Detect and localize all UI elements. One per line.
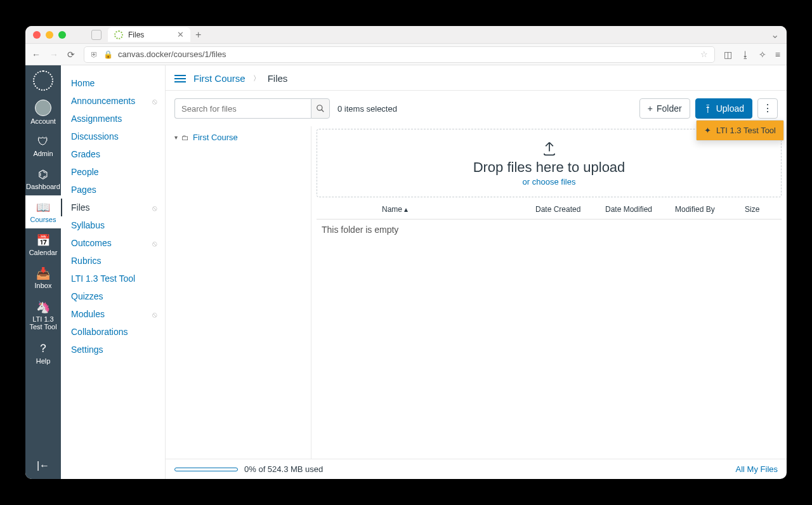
upload-button[interactable]: ⭱ Upload xyxy=(695,98,752,119)
breadcrumb-current: Files xyxy=(268,73,288,84)
forward-button[interactable]: → xyxy=(49,49,58,60)
svg-line-1 xyxy=(322,110,324,112)
course-nav-collaborations[interactable]: Collaborations xyxy=(61,323,165,341)
titlebar-chevron-icon[interactable]: ⌄ xyxy=(771,29,779,41)
titlebar: Files ✕ + ⌄ xyxy=(25,26,787,44)
folder-tree: ▾ 🗀 First Course xyxy=(166,126,311,459)
files-body: ▾ 🗀 First Course Drop files here to uplo… xyxy=(166,126,787,459)
search-wrap xyxy=(174,98,330,119)
storage-usage: 0% of 524.3 MB used xyxy=(244,464,323,474)
choose-files-link[interactable]: or choose files xyxy=(523,177,576,187)
storage-progress xyxy=(174,468,238,471)
search-button[interactable] xyxy=(311,98,330,119)
col-by[interactable]: Modified By xyxy=(675,205,745,214)
menu-item-lti[interactable]: ✦ LTI 1.3 Test Tool xyxy=(697,121,783,140)
shield-icon: ⛨ xyxy=(91,50,98,59)
course-nav-grades[interactable]: Grades xyxy=(61,145,165,163)
course-nav-announcements[interactable]: Announcements⦸ xyxy=(61,92,165,110)
sort-asc-icon: ▴ xyxy=(404,205,408,214)
dropzone-heading: Drop files here to upload xyxy=(473,159,625,176)
maximize-window-button[interactable] xyxy=(58,31,66,39)
plus-icon: + xyxy=(648,103,653,114)
global-nav-account[interactable]: Account xyxy=(25,95,61,130)
menu-icon[interactable]: ≡ xyxy=(775,49,780,60)
tab-close-icon[interactable]: ✕ xyxy=(177,30,184,39)
reload-button[interactable]: ⟳ xyxy=(67,49,75,60)
minimize-window-button[interactable] xyxy=(46,31,53,39)
back-button[interactable]: ← xyxy=(32,49,41,60)
course-nav-discussions[interactable]: Discussions xyxy=(61,128,165,145)
downloads-icon[interactable]: ⭳ xyxy=(741,49,750,60)
files-footer: 0% of 524.3 MB used All My Files xyxy=(166,459,787,479)
course-nav: Home Announcements⦸ Assignments Discussi… xyxy=(61,65,166,479)
course-nav-pages[interactable]: Pages xyxy=(61,181,165,199)
course-nav-home[interactable]: Home xyxy=(61,74,165,92)
calendar-icon: 📅 xyxy=(36,233,50,247)
folder-icon: 🗀 xyxy=(181,133,189,142)
global-nav-inbox[interactable]: 📥 Inbox xyxy=(25,261,61,294)
collapse-nav-button[interactable]: |← xyxy=(37,452,49,479)
hidden-icon: ⦸ xyxy=(152,310,157,319)
browser-window: Files ✕ + ⌄ ← → ⟳ ⛨ 🔒 canvas.docker/cour… xyxy=(25,26,787,479)
global-nav-help[interactable]: ？ Help xyxy=(25,336,61,370)
breadcrumb: First Course 〉 Files xyxy=(166,65,787,91)
more-options-button[interactable]: ⋮ xyxy=(757,98,778,119)
course-nav-lti[interactable]: LTI 1.3 Test Tool xyxy=(61,270,165,287)
hidden-icon: ⦸ xyxy=(152,97,157,106)
course-nav-syllabus[interactable]: Syllabus xyxy=(61,216,165,234)
sidebar-toggle-icon[interactable] xyxy=(91,30,102,40)
col-created[interactable]: Date Created xyxy=(535,205,605,214)
more-options-menu: ✦ LTI 1.3 Test Tool xyxy=(696,120,784,141)
global-nav: Account 🛡 Admin ⌬ Dashboard 📖 Courses 📅 … xyxy=(25,65,61,479)
file-area: Drop files here to upload or choose file… xyxy=(311,126,787,459)
canvas-logo-icon[interactable] xyxy=(33,70,53,91)
url-box[interactable]: ⛨ 🔒 canvas.docker/courses/1/files ☆ xyxy=(84,46,715,63)
course-nav-settings[interactable]: Settings xyxy=(61,341,165,358)
svg-point-0 xyxy=(317,105,322,110)
bookmark-star-icon[interactable]: ☆ xyxy=(700,49,708,59)
browser-tab[interactable]: Files ✕ xyxy=(108,27,190,42)
new-folder-button[interactable]: + Folder xyxy=(639,98,690,119)
pocket-icon[interactable]: ◫ xyxy=(724,49,732,60)
breadcrumb-course[interactable]: First Course xyxy=(193,73,246,84)
courses-icon: 📖 xyxy=(36,200,50,214)
course-nav-assignments[interactable]: Assignments xyxy=(61,110,165,128)
global-nav-lti[interactable]: 🦄 LTI 1.3 Test Tool xyxy=(25,295,61,336)
selection-count: 0 items selected xyxy=(337,104,397,114)
hidden-icon: ⦸ xyxy=(152,204,157,213)
close-window-button[interactable] xyxy=(33,31,41,39)
global-nav-admin[interactable]: 🛡 Admin xyxy=(25,130,61,162)
hidden-icon: ⦸ xyxy=(152,239,157,248)
search-input[interactable] xyxy=(174,98,311,119)
unicorn-icon: 🦄 xyxy=(36,300,50,314)
help-icon: ？ xyxy=(37,341,49,356)
course-nav-rubrics[interactable]: Rubrics xyxy=(61,252,165,270)
col-size[interactable]: Size xyxy=(745,205,776,214)
course-nav-modules[interactable]: Modules⦸ xyxy=(61,305,165,323)
inbox-icon: 📥 xyxy=(36,266,50,280)
empty-folder-message: This folder is empty xyxy=(317,220,782,240)
global-nav-calendar[interactable]: 📅 Calendar xyxy=(25,228,61,261)
chevron-right-icon: 〉 xyxy=(253,74,260,83)
dashboard-icon: ⌬ xyxy=(38,167,48,181)
tree-root[interactable]: ▾ 🗀 First Course xyxy=(174,133,302,142)
course-nav-files[interactable]: Files⦸ xyxy=(61,199,165,216)
hamburger-button[interactable] xyxy=(174,75,186,82)
global-nav-courses[interactable]: 📖 Courses xyxy=(25,195,61,228)
shield-icon: 🛡 xyxy=(37,135,49,148)
avatar-icon xyxy=(35,100,51,116)
window-controls xyxy=(33,31,66,39)
extensions-icon[interactable]: ✧ xyxy=(759,49,766,60)
col-modified[interactable]: Date Modified xyxy=(605,205,675,214)
new-tab-button[interactable]: + xyxy=(195,29,201,41)
col-name[interactable]: Name ▴ xyxy=(382,205,535,214)
global-nav-dashboard[interactable]: ⌬ Dashboard xyxy=(25,162,61,195)
course-nav-outcomes[interactable]: Outcomes⦸ xyxy=(61,234,165,252)
search-icon xyxy=(316,104,325,113)
course-nav-people[interactable]: People xyxy=(61,163,165,181)
tab-title: Files xyxy=(128,30,144,39)
course-nav-quizzes[interactable]: Quizzes xyxy=(61,287,165,305)
files-toolbar: 0 items selected + Folder ⭱ Upload ⋮ xyxy=(166,91,787,126)
all-my-files-link[interactable]: All My Files xyxy=(736,464,778,474)
upload-arrow-icon xyxy=(540,140,558,158)
